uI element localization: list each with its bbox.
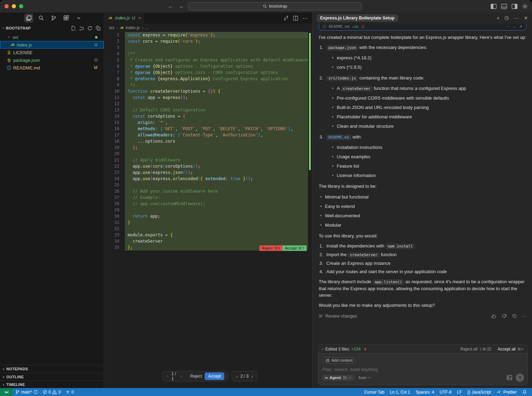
git-branch-item[interactable]: main* bbox=[13, 390, 40, 395]
history-icon[interactable] bbox=[504, 16, 509, 20]
zoom-window-button[interactable] bbox=[19, 4, 23, 8]
sidebar-section-timeline[interactable]: ›TIMELINE bbox=[0, 380, 104, 388]
code-line[interactable]: 23 app.use(express.json()); bbox=[104, 169, 312, 176]
split-editor-icon[interactable] bbox=[293, 16, 298, 21]
file-row-readme-md[interactable]: README.mdM bbox=[0, 64, 104, 71]
ports-item[interactable]: 0 bbox=[63, 390, 76, 395]
notifications-item[interactable] bbox=[520, 390, 529, 394]
inline-code-file-link[interactable]: README.md bbox=[326, 135, 351, 140]
code-line[interactable]: 1const express = require('express'); bbox=[104, 32, 312, 38]
reject-diff-button[interactable]: Reject⌘N bbox=[259, 245, 283, 251]
code-line[interactable]: 6 * @param {Object} options - Configurat… bbox=[104, 63, 312, 69]
agent-mode-selector[interactable]: ∞ Agent ⌘I bbox=[322, 375, 355, 381]
close-panel-icon[interactable]: ✕ bbox=[524, 15, 528, 21]
code-line[interactable]: 17 allowedHeaders: ['Content-Type', 'Aut… bbox=[104, 132, 312, 138]
prev-file-icon[interactable]: ‹ bbox=[236, 374, 238, 379]
chat-tab-title[interactable]: Express.js Library Boilerplate Setup bbox=[317, 14, 398, 22]
forward-arrow-icon[interactable]: → bbox=[178, 3, 184, 9]
card-close-icon[interactable]: ✕ bbox=[520, 24, 523, 29]
code-line[interactable]: 12 bbox=[104, 101, 312, 107]
remote-indicator[interactable]: >< bbox=[0, 388, 13, 396]
code-line[interactable]: 11 const app = express(); bbox=[104, 94, 312, 101]
edited-files-bar[interactable]: › Edited 3 files +104 -4 Reject all⇧⌘⌫ A… bbox=[318, 344, 528, 353]
extensions-icon[interactable] bbox=[62, 14, 71, 23]
file-edit-card[interactable]: README.md +46 -2 ⋯ ⌄ ✕ bbox=[319, 24, 526, 31]
code-line[interactable]: 19 }; bbox=[104, 144, 312, 151]
file-row-license[interactable]: LICENSE bbox=[0, 49, 104, 56]
new-folder-icon[interactable] bbox=[79, 26, 84, 31]
explorer-icon[interactable] bbox=[24, 14, 33, 23]
code-line[interactable]: 16 methods: ['GET', 'POST', 'PUT', 'DELE… bbox=[104, 126, 312, 132]
code-line[interactable]: 10function createServer(options = {}) { bbox=[104, 88, 312, 94]
copy-icon[interactable] bbox=[512, 314, 517, 318]
code-line[interactable]: 13 // Default CORS configuration bbox=[104, 107, 312, 113]
code-line[interactable]: 33module.exports = { bbox=[104, 232, 312, 238]
next-file-icon[interactable]: › bbox=[251, 374, 253, 379]
code-line[interactable]: 20 bbox=[104, 151, 312, 157]
code-line[interactable]: 28 // app.use(customMiddleware); bbox=[104, 201, 312, 207]
accept-all-button[interactable]: Accept all⌘↵ bbox=[498, 347, 524, 352]
problems-item[interactable]: 0 0 bbox=[40, 390, 63, 395]
formatter-item[interactable]: ✓✓ Prettier bbox=[494, 390, 519, 395]
settings-gear-icon[interactable] bbox=[522, 3, 528, 9]
code-line[interactable]: 9 */ bbox=[104, 82, 312, 88]
toggle-primary-sidebar-icon[interactable] bbox=[491, 4, 497, 9]
sidebar-section-outline[interactable]: ›OUTLINE bbox=[0, 373, 104, 380]
accept-diff-button[interactable]: Accept⌘Y bbox=[283, 245, 307, 251]
source-control-icon[interactable] bbox=[49, 14, 58, 23]
file-row-package-json[interactable]: {}package.jsonU bbox=[0, 56, 104, 64]
open-changes-icon[interactable] bbox=[283, 15, 289, 21]
eol-item[interactable]: LF bbox=[455, 390, 464, 395]
chat-scroll-area[interactable]: README.md +46 -2 ⋯ ⌄ ✕ I've created a mi… bbox=[312, 24, 532, 388]
new-chat-icon[interactable]: + bbox=[497, 15, 499, 21]
cursor-position-item[interactable]: Ln 1, Col 1 bbox=[387, 390, 412, 395]
language-item[interactable]: {} JavaScript bbox=[465, 390, 494, 395]
code-line[interactable]: 31} bbox=[104, 219, 312, 226]
more-options-icon[interactable]: ⋯ bbox=[514, 15, 519, 21]
breadcrumb-src[interactable]: src bbox=[109, 25, 114, 30]
code-line[interactable]: 8 * @returns {express.Application} Confi… bbox=[104, 76, 312, 82]
chevron-up-icon[interactable] bbox=[166, 374, 169, 378]
model-selector[interactable]: Auto bbox=[358, 376, 371, 380]
card-more-icon[interactable]: ⋯ bbox=[506, 24, 509, 29]
code-line[interactable]: 26 // Add your custom middleware here bbox=[104, 188, 312, 194]
indentation-item[interactable]: Spaces: 4 bbox=[413, 390, 436, 395]
chat-input[interactable]: @ Add context Plan, search, build anythi… bbox=[318, 353, 528, 385]
command-center-search[interactable]: bootstrap bbox=[188, 2, 362, 10]
minimize-window-button[interactable] bbox=[12, 4, 16, 8]
breadcrumb-file[interactable]: index.js bbox=[126, 25, 140, 30]
accept-button[interactable]: Accept bbox=[205, 372, 224, 380]
message-more-icon[interactable]: ⋯ bbox=[522, 313, 527, 319]
code-line[interactable]: 25 bbox=[104, 182, 312, 188]
image-attach-icon[interactable] bbox=[507, 375, 512, 380]
breadcrumb-symbol[interactable]: ... bbox=[145, 25, 149, 30]
new-file-icon[interactable] bbox=[71, 26, 76, 31]
add-context-chip[interactable]: @ Add context bbox=[323, 357, 355, 364]
code-line[interactable]: 18 ...options.cors bbox=[104, 138, 312, 144]
code-line[interactable]: 3 bbox=[104, 44, 312, 51]
code-line[interactable]: 2const cors = require('cors'); bbox=[104, 38, 312, 44]
breadcrumb[interactable]: src › JS index.js › ... bbox=[104, 24, 312, 32]
more-views-chevron-icon[interactable] bbox=[74, 14, 83, 23]
toggle-panel-icon[interactable] bbox=[501, 4, 507, 9]
card-chevron-icon[interactable]: ⌄ bbox=[513, 24, 516, 29]
thumbs-up-icon[interactable] bbox=[491, 314, 496, 319]
file-row-src[interactable]: ›src bbox=[0, 33, 104, 41]
code-line[interactable]: 4/** bbox=[104, 51, 312, 57]
code-line[interactable]: 7 * @param {Object} options.cors - CORS … bbox=[104, 69, 312, 76]
explorer-header[interactable]: › BOOTSTRAP bbox=[0, 24, 104, 33]
chevron-down-icon[interactable] bbox=[180, 374, 182, 378]
close-window-button[interactable] bbox=[5, 4, 9, 8]
thumbs-down-icon[interactable] bbox=[502, 314, 507, 319]
cursor-tab-item[interactable]: Cursor Tab bbox=[362, 390, 387, 395]
reject-all-button[interactable]: Reject all⇧⌘⌫ bbox=[461, 347, 491, 352]
code-line[interactable]: 5 * Creates and configures an Express ap… bbox=[104, 57, 312, 63]
code-line[interactable]: 27 // Example: bbox=[104, 194, 312, 201]
file-row-index-js[interactable]: JSindex.jsU bbox=[0, 41, 104, 49]
sidebar-section-notepads[interactable]: ›NOTEPADS bbox=[0, 365, 104, 373]
code-line[interactable]: 32 bbox=[104, 226, 312, 232]
review-changes-label[interactable]: Review changes bbox=[325, 314, 357, 319]
close-tab-icon[interactable]: × bbox=[138, 16, 141, 20]
encoding-item[interactable]: UTF-8 bbox=[437, 390, 454, 395]
search-sidebar-icon[interactable] bbox=[37, 14, 46, 23]
